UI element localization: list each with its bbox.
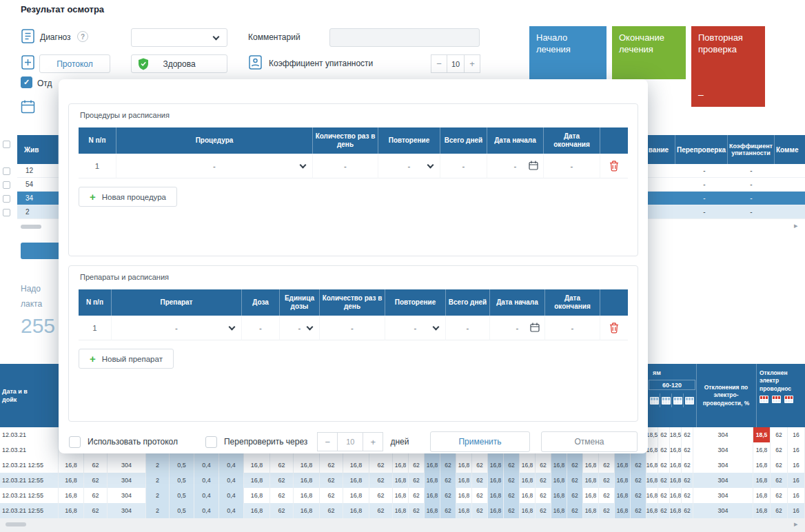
column-header: Единица дозы: [280, 289, 320, 316]
recheck-card[interactable]: Повторная проверка –: [691, 26, 765, 107]
add-procedure-button[interactable]: + Новая процедура: [79, 187, 177, 207]
separate-checkbox[interactable]: ✓: [21, 76, 32, 88]
protocol-icon: [21, 54, 35, 73]
protocol-button[interactable]: Протокол: [39, 54, 110, 73]
row-select-checkbox[interactable]: [3, 209, 10, 216]
milking-cell: 0,4: [194, 473, 219, 488]
milking-60-120-cell: 62: [682, 503, 693, 518]
healthy-button[interactable]: Здорова: [131, 54, 227, 73]
drug-select[interactable]: -: [112, 316, 242, 340]
animal-comment-cell: [775, 164, 805, 177]
use-protocol-checkbox[interactable]: [69, 436, 81, 448]
milking-pair-cell: 62: [599, 503, 615, 518]
milking-pair-cell: 62: [440, 458, 456, 473]
milking-pair-cell: 16,8: [425, 458, 440, 473]
procedure-select[interactable]: -: [116, 154, 313, 178]
milking-60-120-cell: 16,8: [646, 473, 658, 488]
chevron-down-icon: [213, 33, 220, 40]
total-days-cell[interactable]: -: [440, 154, 487, 178]
help-icon[interactable]: ?: [77, 31, 88, 42]
bcs-plus-button[interactable]: +: [464, 54, 480, 73]
milking-cell: 2: [146, 473, 170, 488]
milking-cell: 62: [84, 458, 108, 473]
milking-cell: 62: [320, 458, 343, 473]
column-header-deviation-right: Отклонен электр проводнос: [757, 364, 805, 427]
udder-quarter-grid-icon: [673, 397, 682, 405]
repetition-select[interactable]: -: [385, 316, 446, 340]
procedure-row: 1 - - - - -: [79, 154, 628, 178]
milking-cell: 16,8: [244, 488, 270, 503]
milking-cell: 62: [270, 458, 294, 473]
row-select-checkbox[interactable]: [3, 195, 10, 203]
milking-row[interactable]: 12.03.21 12:5516,86230420,50,40,416,8621…: [0, 473, 805, 488]
row-select-checkbox[interactable]: [3, 181, 10, 189]
animal-recheck-cell: -: [681, 164, 728, 177]
milking-deviation2-cell: 16,8: [753, 488, 771, 503]
animal-id-cell: 2: [17, 205, 59, 218]
dose-cell[interactable]: -: [242, 316, 280, 340]
milking-cell: 62: [270, 488, 294, 503]
start-date-picker[interactable]: -: [490, 316, 545, 340]
shield-check-icon: [138, 58, 149, 72]
repetition-select[interactable]: -: [378, 154, 440, 178]
stat-value-fragment: 255: [21, 314, 55, 338]
milking-60-120-cell: 16,8: [670, 503, 682, 518]
milking-deviation2-cell: 16,8: [753, 442, 771, 458]
milking-horizontal-scrollbar[interactable]: [6, 522, 26, 526]
recheck-minus-button[interactable]: −: [317, 432, 338, 451]
times-per-day-cell[interactable]: -: [320, 316, 385, 340]
cancel-button[interactable]: Отмена: [541, 431, 638, 452]
udder-quarter-grid-icon: [650, 397, 659, 405]
milking-cell: 304: [108, 473, 146, 488]
milking-pair-cell: 62: [440, 473, 456, 488]
section-title: Процедуры и расписания: [80, 111, 628, 119]
milking-cell: 62: [320, 473, 343, 488]
milking-pair-cell: 16,8: [615, 473, 631, 488]
recheck-after-checkbox[interactable]: [205, 436, 217, 448]
start-date-picker[interactable]: -: [487, 154, 544, 178]
scroll-right-arrow-icon[interactable]: ▸: [794, 520, 798, 529]
delete-row-button[interactable]: [600, 154, 628, 178]
animal-comment-cell: [775, 192, 805, 205]
row-select-checkbox[interactable]: [3, 167, 10, 175]
scroll-right-arrow-icon[interactable]: ▸: [794, 221, 798, 230]
dose-unit-select[interactable]: -: [280, 316, 320, 340]
comment-input[interactable]: [329, 28, 480, 47]
animals-horizontal-scrollbar[interactable]: [21, 225, 41, 229]
milking-row[interactable]: 12.03.21 12:5516,86230420,50,40,416,8621…: [0, 503, 805, 518]
milking-row[interactable]: 12.03.21 12:5516,86230420,50,40,416,8621…: [0, 488, 805, 503]
end-date-cell[interactable]: -: [544, 154, 600, 178]
milking-cell: 16,8: [294, 473, 320, 488]
milking-60-120-cell: 62: [682, 473, 693, 488]
chevron-down-icon: [307, 323, 314, 330]
end-date-cell[interactable]: -: [545, 316, 600, 340]
apply-button[interactable]: Применить: [430, 431, 530, 452]
udder-quarter-grid-icon: [784, 396, 793, 403]
total-days-cell[interactable]: -: [446, 316, 490, 340]
milking-deviation-cell: 304: [693, 442, 753, 458]
diagnosis-select[interactable]: [131, 28, 227, 47]
calendar-icon[interactable]: [21, 99, 35, 116]
milking-60-120-cell: 16,8: [646, 458, 658, 473]
select-all-checkbox[interactable]: [3, 141, 10, 148]
milking-cell: 16,8: [343, 473, 369, 488]
column-header-milking-date: Дата и в дойк: [0, 364, 59, 427]
milking-cell: 16,8: [343, 488, 369, 503]
milking-pair-cell: 16,8: [456, 458, 472, 473]
treatment-end-card[interactable]: Окончание лечения: [612, 26, 686, 79]
treatment-start-card[interactable]: Начало лечения: [529, 26, 607, 79]
add-drug-button[interactable]: + Новый препарат: [79, 349, 174, 369]
page-title: Результат осмотра: [21, 4, 104, 14]
milking-row[interactable]: 12.03.21 12:5516,86230420,50,40,416,8621…: [0, 458, 805, 473]
milking-pair-cell: 62: [536, 503, 551, 518]
recheck-plus-button[interactable]: +: [363, 432, 383, 451]
delete-row-button[interactable]: [600, 316, 628, 340]
milking-date-cell: 12.03.21: [0, 442, 59, 458]
column-header-deviation: Отклонения по электро-проводности, %: [697, 364, 755, 427]
bcs-minus-button[interactable]: −: [431, 54, 447, 73]
milking-date-cell: 12.03.21 12:55: [0, 503, 59, 518]
times-per-day-cell[interactable]: -: [313, 154, 378, 178]
animal-bcs-cell: -: [728, 164, 775, 177]
udder-quarter-grid-icon: [772, 396, 781, 403]
milking-cell: 62: [84, 488, 108, 503]
